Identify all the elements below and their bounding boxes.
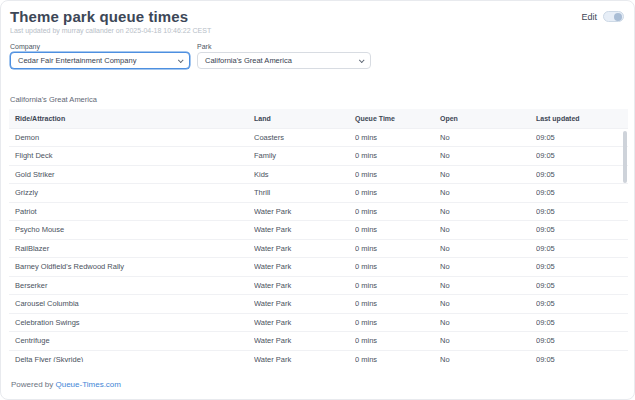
- footer-prefix: Powered by: [11, 380, 55, 389]
- table-row: Delta Flyer (Skyride)Water Park0 minsNo0…: [9, 350, 628, 362]
- table-row: CentrifugeWater Park0 minsNo09:05: [9, 332, 628, 351]
- table-body: DemonCoasters0 minsNo09:05Flight DeckFam…: [9, 128, 628, 362]
- toggle-knob-icon: [614, 13, 622, 21]
- table-cell: Coasters: [254, 128, 355, 147]
- table-cell: 09:05: [536, 258, 628, 277]
- theme-park-queue-page: Theme park queue times Last updated by m…: [0, 0, 635, 400]
- table-cell: Grizzly: [9, 184, 254, 203]
- column-header: Last updated: [536, 109, 628, 128]
- table-cell: No: [440, 184, 536, 203]
- table-cell: 0 mins: [355, 165, 440, 184]
- chevron-down-icon: [359, 57, 365, 63]
- table-cell: 0 mins: [355, 221, 440, 240]
- company-label: Company: [10, 43, 40, 50]
- edit-toggle[interactable]: [603, 11, 624, 22]
- table-cell: 0 mins: [355, 295, 440, 314]
- table-cell: No: [440, 165, 536, 184]
- column-header: Open: [440, 109, 536, 128]
- table-row: RailBlazerWater Park0 minsNo09:05: [9, 239, 628, 258]
- table-row: BerserkerWater Park0 minsNo09:05: [9, 276, 628, 295]
- table-cell: No: [440, 239, 536, 258]
- table-row: Barney Oldfield's Redwood RallyWater Par…: [9, 258, 628, 277]
- table-cell: 09:05: [536, 350, 628, 362]
- table-cell: Water Park: [254, 350, 355, 362]
- table-cell: 09:05: [536, 147, 628, 166]
- table-cell: Barney Oldfield's Redwood Rally: [9, 258, 254, 277]
- table-cell: 0 mins: [355, 184, 440, 203]
- table-cell: Berserker: [9, 276, 254, 295]
- table-cell: 09:05: [536, 184, 628, 203]
- table-cell: Water Park: [254, 313, 355, 332]
- table-cell: 09:05: [536, 313, 628, 332]
- table-cell: 0 mins: [355, 313, 440, 332]
- company-select[interactable]: Cedar Fair Entertainment Company: [10, 52, 190, 69]
- table-row: Celebration SwingsWater Park0 minsNo09:0…: [9, 313, 628, 332]
- table-cell: 0 mins: [355, 332, 440, 351]
- table-cell: No: [440, 350, 536, 362]
- table-cell: Water Park: [254, 239, 355, 258]
- queue-times-link[interactable]: Queue-Times.com: [55, 380, 121, 389]
- table-cell: 0 mins: [355, 276, 440, 295]
- park-select-value: California's Great America: [205, 56, 292, 65]
- table-cell: Thrill: [254, 184, 355, 203]
- table-cell: Water Park: [254, 295, 355, 314]
- park-select[interactable]: California's Great America: [197, 52, 371, 69]
- table-cell: Kids: [254, 165, 355, 184]
- table-header-row: Ride/AttractionLandQueue TimeOpenLast up…: [9, 109, 628, 128]
- table-cell: 09:05: [536, 128, 628, 147]
- chevron-down-icon: [178, 57, 184, 63]
- table-cell: No: [440, 147, 536, 166]
- table-cell: No: [440, 221, 536, 240]
- table-cell: No: [440, 313, 536, 332]
- table-cell: No: [440, 276, 536, 295]
- column-header: Land: [254, 109, 355, 128]
- table-cell: Carousel Columbia: [9, 295, 254, 314]
- table-cell: 09:05: [536, 276, 628, 295]
- table-cell: Water Park: [254, 202, 355, 221]
- table-cell: 09:05: [536, 165, 628, 184]
- table-cell: Patriot: [9, 202, 254, 221]
- table-cell: 09:05: [536, 221, 628, 240]
- table-cell: Family: [254, 147, 355, 166]
- table-cell: 0 mins: [355, 258, 440, 277]
- company-select-value: Cedar Fair Entertainment Company: [18, 56, 136, 65]
- table-cell: 0 mins: [355, 202, 440, 221]
- table-cell: No: [440, 202, 536, 221]
- column-header: Ride/Attraction: [9, 109, 254, 128]
- table-row: GrizzlyThrill0 minsNo09:05: [9, 184, 628, 203]
- table-cell: Water Park: [254, 221, 355, 240]
- edit-toggle-label: Edit: [581, 12, 597, 22]
- queue-times-table-container: Ride/AttractionLandQueue TimeOpenLast up…: [9, 109, 628, 362]
- table-row: Carousel ColumbiaWater Park0 minsNo09:05: [9, 295, 628, 314]
- table-row: Psycho MouseWater Park0 minsNo09:05: [9, 221, 628, 240]
- table-cell: 09:05: [536, 332, 628, 351]
- page-title: Theme park queue times: [10, 8, 188, 25]
- table-cell: Water Park: [254, 258, 355, 277]
- table-row: DemonCoasters0 minsNo09:05: [9, 128, 628, 147]
- table-scrollbar[interactable]: [623, 131, 627, 183]
- table-cell: Delta Flyer (Skyride): [9, 350, 254, 362]
- table-row: PatriotWater Park0 minsNo09:05: [9, 202, 628, 221]
- table-cell: 0 mins: [355, 128, 440, 147]
- table-cell: 0 mins: [355, 239, 440, 258]
- table-cell: 0 mins: [355, 147, 440, 166]
- column-header: Queue Time: [355, 109, 440, 128]
- footer-credit: Powered by Queue-Times.com: [11, 380, 121, 389]
- table-cell: Psycho Mouse: [9, 221, 254, 240]
- table-cell: Centrifuge: [9, 332, 254, 351]
- queue-times-table: Ride/AttractionLandQueue TimeOpenLast up…: [9, 109, 628, 362]
- table-row: Flight DeckFamily0 minsNo09:05: [9, 147, 628, 166]
- table-cell: No: [440, 128, 536, 147]
- table-cell: Flight Deck: [9, 147, 254, 166]
- last-updated-text: Last updated by murray callander on 2025…: [10, 27, 211, 34]
- table-header: Ride/AttractionLandQueue TimeOpenLast up…: [9, 109, 628, 128]
- table-cell: No: [440, 258, 536, 277]
- table-cell: 09:05: [536, 239, 628, 258]
- edit-toggle-group: Edit: [581, 11, 624, 22]
- park-section-title: California's Great America: [10, 95, 97, 104]
- table-cell: RailBlazer: [9, 239, 254, 258]
- table-cell: 0 mins: [355, 350, 440, 362]
- table-cell: 09:05: [536, 295, 628, 314]
- table-cell: Water Park: [254, 276, 355, 295]
- table-cell: Water Park: [254, 332, 355, 351]
